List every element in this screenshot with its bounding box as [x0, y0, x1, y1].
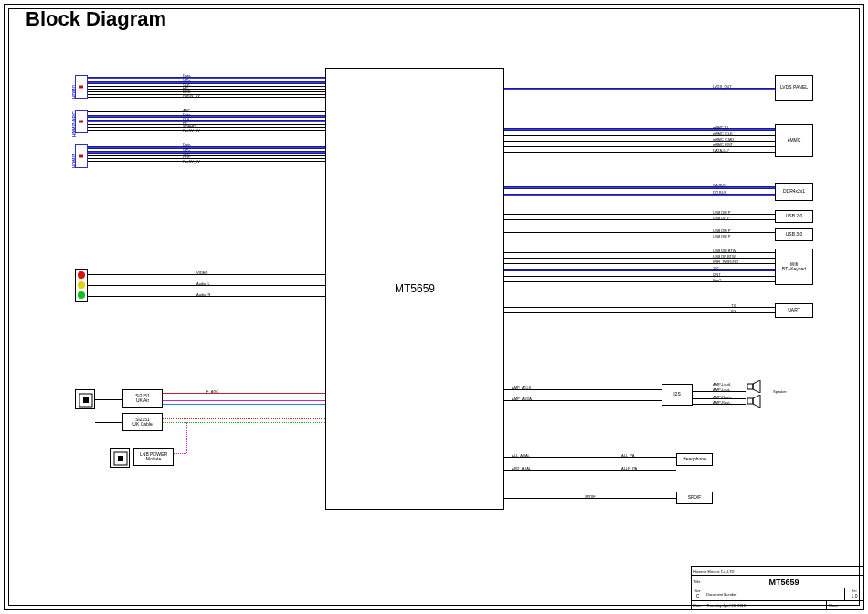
hdmi1-l1	[88, 86, 325, 87]
title-block: Hisense Electric Co.,LTD Title MT5659 Si…	[691, 566, 864, 610]
hdmi2-l1	[88, 124, 325, 125]
hdmi3-label: HDMI3	[71, 154, 77, 168]
tuner1-line2: UK Air	[136, 398, 149, 404]
tuner2-line2: UK Cable	[132, 422, 152, 428]
wifi-sig2: WIFI_PWR#RQ	[713, 259, 738, 264]
usb20-sig1: USB DP P	[713, 216, 730, 220]
ddr-sig0: CA BUS	[713, 183, 726, 187]
lnb-up	[186, 422, 187, 453]
tuner-mag	[163, 400, 325, 401]
uart-sig1: RX	[731, 309, 736, 313]
speaker-label: Speaker	[773, 389, 787, 394]
emmc-l4	[504, 152, 775, 153]
usb30-l2	[504, 238, 775, 238]
hdmi1-l3	[88, 91, 325, 92]
hdmi2-l2	[88, 127, 325, 128]
hdmi2-port	[75, 110, 88, 133]
hdmi1-l2	[88, 89, 325, 90]
hp-label: Headphone	[683, 457, 706, 462]
hdmi2-sig-5: Pwr5V_5V	[183, 128, 200, 132]
wifi-label: Wifi BT+Keypad	[782, 262, 806, 272]
lvds-panel-label: LVDS PANEL	[780, 85, 808, 90]
amp-out2: AMP-Rout+	[713, 395, 732, 399]
hdmi2-bus-1	[88, 115, 325, 118]
av-audio-r: Audio_R	[196, 292, 210, 297]
hp-sig3: ALLR_PA	[621, 466, 637, 471]
amp-in0: AMP_ACLK	[512, 386, 531, 390]
svg-rect-7	[118, 456, 123, 461]
hdmi3-bar	[79, 155, 83, 158]
tb-main: MT5659	[704, 576, 863, 588]
spdif-box: SPDIF	[676, 492, 713, 504]
emmc-l2	[504, 141, 775, 142]
amp-out3: AMP-Rout-	[713, 400, 731, 405]
av-jack	[75, 269, 88, 302]
usb20-l1	[504, 214, 775, 215]
hp-sig0: ALL_AUAL	[512, 453, 530, 458]
ddr-sig1: DQ BUS	[713, 190, 726, 195]
ddr-box: DDR4x2x1	[775, 183, 813, 201]
emmc-sig0: eMMC_D	[713, 125, 728, 130]
svg-rect-5	[83, 397, 89, 403]
usb30-box: USB 3.0	[775, 228, 813, 241]
amp-label: I2S	[673, 392, 681, 397]
hdmi3-l1	[88, 155, 325, 156]
hdmi3-bus-1	[88, 146, 325, 149]
wifi-sig1: USB DP BTW	[713, 254, 736, 259]
hdmi1-sig-5: Pwr5V_5V	[183, 93, 200, 98]
usb30-label: USB 3.0	[786, 232, 803, 238]
speaker-bot-icon	[747, 395, 771, 411]
uart-sig0: TX	[731, 303, 736, 308]
emmc-l1	[504, 135, 775, 136]
rf2-l	[95, 422, 122, 423]
svg-rect-8	[747, 384, 753, 389]
wifi-sig0: USB DM BTW	[713, 249, 736, 253]
hdmi1-l4	[88, 94, 325, 95]
emmc-l3	[504, 146, 775, 147]
hdmi2-l0	[88, 111, 325, 112]
hdmi2-bus-2	[88, 120, 325, 122]
svg-marker-11	[753, 395, 760, 408]
rf-conn-2	[110, 448, 130, 468]
hp-box: Headphone	[676, 453, 713, 466]
usb20-label: USB 2.0	[786, 214, 803, 219]
tuner-red2	[163, 418, 325, 419]
tuner-block-2: Si2151 UK Cable	[122, 413, 163, 431]
hdmi1-label: HDMI1	[71, 84, 77, 99]
emmc-box: eMMC	[775, 124, 813, 157]
rf-conn-1	[75, 389, 95, 409]
hdmi1-port	[75, 75, 88, 99]
uart-box: UART	[775, 303, 813, 318]
lvds-bus	[504, 88, 775, 90]
lnb-block: LNB POWER Module	[133, 448, 174, 466]
tuner-block-1: Si2151 UK Air	[122, 389, 163, 408]
usb30-sig1: USB DM P	[713, 234, 730, 238]
tb-company: Hisense Electric Co.,LTD	[692, 567, 863, 575]
hp-sig1: ALL_PA	[621, 453, 634, 458]
hdmi3-port	[75, 144, 88, 168]
main-chip: MT5659	[325, 68, 504, 510]
tb-date: Thursday, April 26, 2018	[704, 601, 827, 609]
hdmi3-bus-2	[88, 151, 325, 154]
svg-rect-10	[747, 398, 753, 404]
spdif-label: SPDIF	[688, 495, 702, 501]
svg-point-3	[78, 291, 85, 299]
hp-sig2: ARD_AUAL	[512, 466, 531, 471]
hdmi2-label: HDMI2/ARC	[71, 111, 77, 137]
ddr-label: DDR4x2x1	[783, 189, 805, 195]
av-audio-l: Audio_L	[196, 281, 210, 286]
lnb-dashed	[174, 453, 186, 454]
tuner-blue	[163, 404, 325, 405]
av-video: VIDEO	[196, 270, 207, 275]
usb30-sig0: USB DM P	[713, 228, 730, 233]
emmc-sig3: eMMC_RST	[713, 143, 733, 147]
usb20-l2	[504, 219, 775, 220]
wifi-bus	[504, 269, 775, 271]
page-title: Block Diagram	[26, 7, 166, 31]
usb30-l1	[504, 232, 775, 233]
tb-sheet-label: Sheet	[827, 601, 863, 609]
lnb-l2: Module	[146, 457, 161, 462]
hdmi1-bus-1	[88, 77, 325, 79]
wifi-sig4: I2NT	[713, 272, 721, 277]
amp-box: I2S	[662, 384, 693, 406]
